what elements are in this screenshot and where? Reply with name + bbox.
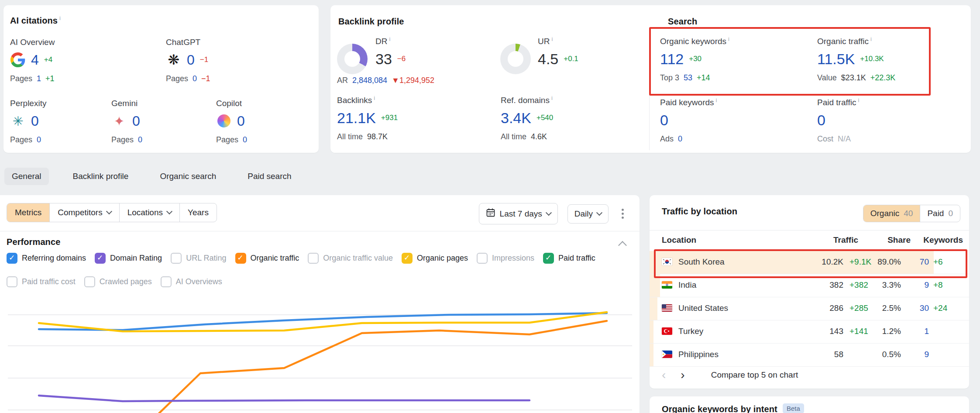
info-icon[interactable]: i (858, 97, 859, 103)
tab-organic-search[interactable]: Organic search (152, 168, 224, 185)
ads-value[interactable]: 0 (678, 134, 682, 144)
granularity-button[interactable]: Daily (567, 204, 609, 224)
dr-label: DR (375, 37, 387, 46)
flag-united-states-icon (662, 304, 672, 312)
paid-keywords-value[interactable]: 0 (660, 111, 668, 129)
location-name[interactable]: Philippines (678, 350, 719, 359)
table-row-philippines[interactable]: Philippines 58 0.5% 9 (650, 344, 969, 367)
gemini-label: Gemini (111, 99, 142, 108)
traffic-delta: +9.1K (849, 257, 871, 267)
paid-traffic-value[interactable]: 0 (817, 111, 825, 129)
organic-traffic-value[interactable]: 11.5K (817, 50, 855, 68)
checkbox-organic-traffic-value[interactable]: Organic traffic value (308, 253, 393, 264)
ref-domains-label: Ref. domains (501, 96, 550, 105)
filter-group: Metrics Competitors Locations Years (7, 203, 217, 222)
dr-donut-chart (337, 44, 368, 74)
checkbox-ai-overviews[interactable]: AI Overviews (161, 276, 222, 287)
info-icon[interactable]: i (716, 97, 717, 103)
ai-overview-value[interactable]: 4 (31, 51, 39, 69)
ur-value: 4.5 (538, 50, 558, 68)
checkbox-organic-pages[interactable]: Organic pages (402, 253, 468, 264)
info-icon[interactable]: i (389, 36, 390, 42)
pages-value[interactable]: 0 (243, 135, 247, 145)
competitors-filter-button[interactable]: Competitors (49, 203, 119, 222)
organic-keywords-label: Organic keywords (660, 37, 726, 46)
checkbox-paid-traffic[interactable]: Paid traffic (543, 253, 595, 264)
organic-keywords-value[interactable]: 112 (660, 50, 684, 68)
pages-value[interactable]: 0 (138, 135, 142, 145)
pages-value[interactable]: 0 (193, 74, 197, 83)
info-icon[interactable]: i (870, 36, 872, 42)
checkbox-icon (308, 253, 319, 264)
ar-label: AR (337, 76, 348, 85)
info-icon[interactable]: i (374, 95, 375, 101)
checkbox-crawled-pages[interactable]: Crawled pages (84, 276, 152, 287)
keywords-value[interactable]: 9 (924, 350, 929, 359)
gemini-value[interactable]: 0 (132, 112, 140, 130)
checkbox-label: Crawled pages (100, 277, 152, 286)
location-name[interactable]: United States (678, 303, 728, 313)
perplexity-value[interactable]: 0 (31, 112, 39, 130)
checkbox-icon (161, 276, 172, 287)
checkbox-paid-traffic-cost[interactable]: Paid traffic cost (7, 276, 76, 287)
backlinks-value[interactable]: 21.1K (337, 109, 376, 127)
tab-backlink-profile[interactable]: Backlink profile (65, 168, 136, 185)
checkbox-domain-rating[interactable]: Domain Rating (95, 253, 162, 264)
location-name[interactable]: South Korea (678, 257, 725, 267)
keywords-value[interactable]: 30 (920, 303, 929, 313)
location-name[interactable]: India (678, 280, 696, 290)
table-row-india[interactable]: India 382 +382 3.3% 9 +8 (650, 274, 969, 297)
pages-value[interactable]: 1 (37, 74, 41, 83)
checkbox-url-rating[interactable]: URL Rating (171, 253, 226, 264)
ads-label: Ads (660, 134, 674, 144)
ref-domains-value[interactable]: 3.4K (501, 109, 531, 127)
prev-page-chevron-icon[interactable]: ‹ (662, 369, 666, 381)
compare-top5-link[interactable]: Compare top 5 on chart (711, 370, 798, 380)
metrics-filter-button[interactable]: Metrics (7, 203, 49, 222)
organic-toggle-button[interactable]: Organic 40 (863, 205, 920, 222)
chevron-down-icon (166, 208, 172, 214)
keywords-value[interactable]: 1 (924, 327, 929, 336)
more-options-kebab-icon[interactable] (618, 205, 627, 222)
collapse-chevron-icon[interactable] (618, 241, 627, 250)
alltime-value: 4.6K (531, 132, 547, 141)
ar-value[interactable]: 2,848,084 (352, 76, 387, 85)
checkbox-referring-domains[interactable]: Referring domains (7, 253, 86, 264)
keywords-value[interactable]: 70 (920, 257, 929, 267)
organic-keywords-metric: Organic keywordsi 112 +30 Top 3 53 +14 (660, 36, 729, 83)
next-page-chevron-icon[interactable]: › (681, 369, 684, 381)
cost-value: N/A (838, 134, 851, 144)
traffic-by-location-title: Traffic by location (662, 206, 737, 217)
info-icon[interactable]: i (551, 95, 553, 101)
paid-keywords-metric: Paid keywordsi 0 Ads 0 (660, 97, 717, 144)
date-range-button[interactable]: Last 7 days (479, 203, 558, 224)
table-row-south-korea[interactable]: South Korea 10.2K +9.1K 89.0% 70 +6 (650, 251, 969, 274)
ai-citations-title: AI citationsi (10, 15, 61, 26)
years-filter-button[interactable]: Years (179, 203, 217, 222)
location-table-body: South Korea 10.2K +9.1K 89.0% 70 +6 Indi… (650, 251, 969, 367)
info-icon[interactable]: i (728, 36, 729, 42)
copilot-value[interactable]: 0 (237, 112, 245, 130)
checkbox-label: Organic traffic value (323, 254, 393, 263)
table-row-turkey[interactable]: Turkey 143 +141 1.2% 1 (650, 320, 969, 344)
paid-toggle-button[interactable]: Paid 0 (920, 205, 960, 222)
info-icon[interactable]: i (551, 36, 553, 42)
pages-delta: −1 (201, 74, 210, 83)
pages-value[interactable]: 0 (37, 135, 41, 145)
checkbox-impressions[interactable]: Impressions (477, 253, 534, 264)
table-row-united-states[interactable]: United States 286 +285 2.5% 30 +24 (650, 297, 969, 320)
metric-checkbox-row-1: Referring domains Domain Rating URL Rati… (7, 253, 635, 264)
top3-value[interactable]: 53 (684, 73, 692, 83)
share-value: 0.5% (882, 350, 901, 359)
checkbox-organic-traffic[interactable]: Organic traffic (235, 253, 299, 264)
granularity-label: Daily (574, 209, 593, 219)
info-icon[interactable]: i (59, 15, 61, 21)
tab-general[interactable]: General (4, 168, 49, 185)
location-name[interactable]: Turkey (678, 327, 703, 336)
tab-paid-search[interactable]: Paid search (240, 168, 299, 185)
chatgpt-value[interactable]: 0 (187, 51, 195, 69)
keywords-value[interactable]: 9 (924, 280, 929, 290)
share-value: 1.2% (882, 327, 901, 336)
checkbox-label: AI Overviews (176, 277, 222, 286)
locations-filter-button[interactable]: Locations (119, 203, 179, 222)
